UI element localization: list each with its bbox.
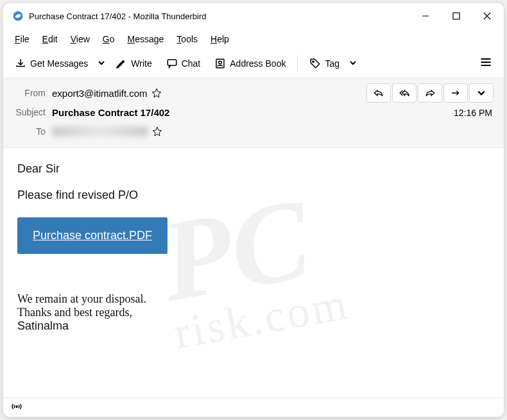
app-window: Purchase Contract 17/402 - Mozilla Thund…	[3, 3, 504, 417]
menu-edit[interactable]: Edit	[37, 31, 63, 47]
tag-button[interactable]: Tag	[303, 54, 346, 73]
forward-button[interactable]	[418, 83, 442, 103]
subject-value: Purchase Contract 17/402	[52, 107, 169, 118]
window-title: Purchase Contract 17/402 - Mozilla Thund…	[29, 12, 207, 21]
menu-help[interactable]: Help	[205, 31, 234, 47]
menu-message[interactable]: Message	[123, 31, 169, 47]
more-actions-button[interactable]	[469, 83, 494, 103]
subject-label: Subject	[13, 107, 52, 117]
to-value[interactable]	[52, 126, 162, 137]
address-book-icon	[214, 58, 226, 69]
tag-dropdown[interactable]	[347, 54, 359, 73]
message-actions	[366, 83, 494, 103]
message-header: From export3@itimatlift.com Subject Purc…	[3, 78, 504, 148]
to-redacted	[52, 126, 148, 137]
from-label: From	[13, 88, 52, 98]
from-value[interactable]: export3@itimatlift.com	[52, 88, 162, 99]
to-label: To	[13, 126, 52, 137]
get-messages-dropdown[interactable]	[95, 54, 108, 73]
attachment-link[interactable]: Purchase contract.PDF	[17, 217, 168, 254]
toolbar-separator	[297, 55, 298, 72]
tag-icon	[309, 58, 321, 69]
svg-point-7	[219, 61, 222, 64]
svg-point-8	[313, 61, 314, 62]
minimize-button[interactable]	[410, 4, 441, 28]
thunderbird-icon	[12, 10, 24, 22]
redirect-button[interactable]	[443, 83, 468, 103]
menubar: File Edit View Go Message Tools Help	[3, 29, 504, 49]
reply-button[interactable]	[366, 83, 391, 103]
close-button[interactable]	[472, 4, 503, 28]
svg-rect-5	[168, 60, 176, 65]
menu-file[interactable]: File	[10, 31, 35, 47]
reply-all-button[interactable]	[392, 83, 417, 103]
maximize-button[interactable]	[441, 4, 472, 28]
signature-name: Satinalma	[17, 319, 490, 333]
svg-point-12	[16, 405, 17, 407]
closing-block: We remain at your disposal. Thanks and b…	[17, 292, 490, 319]
write-button[interactable]: Write	[109, 54, 158, 73]
chat-icon	[166, 58, 178, 69]
body-line-1: Please find revised P/O	[17, 189, 490, 202]
menu-view[interactable]: View	[65, 31, 95, 47]
body-greeting: Dear Sir	[17, 162, 490, 176]
pencil-icon	[116, 58, 127, 69]
titlebar: Purchase Contract 17/402 - Mozilla Thund…	[3, 3, 504, 29]
menu-go[interactable]: Go	[98, 31, 120, 47]
menu-tools[interactable]: Tools	[171, 31, 203, 47]
watermark: PC risk.com	[3, 148, 504, 398]
svg-rect-2	[453, 13, 460, 19]
message-time: 12:16 PM	[454, 108, 492, 118]
hamburger-icon	[479, 56, 492, 69]
message-body: Dear Sir Please find revised P/O Purchas…	[3, 148, 504, 398]
statusbar	[3, 398, 504, 417]
get-messages-button[interactable]: Get Messages	[8, 54, 94, 73]
download-icon	[15, 58, 26, 69]
chat-button[interactable]: Chat	[160, 54, 207, 73]
star-icon[interactable]	[152, 126, 162, 137]
address-book-button[interactable]: Address Book	[208, 54, 292, 73]
broadcast-icon[interactable]	[11, 401, 22, 415]
star-icon[interactable]	[151, 88, 162, 98]
toolbar: Get Messages Write Chat Address Book Tag	[3, 49, 504, 78]
app-menu-button[interactable]	[473, 52, 499, 75]
